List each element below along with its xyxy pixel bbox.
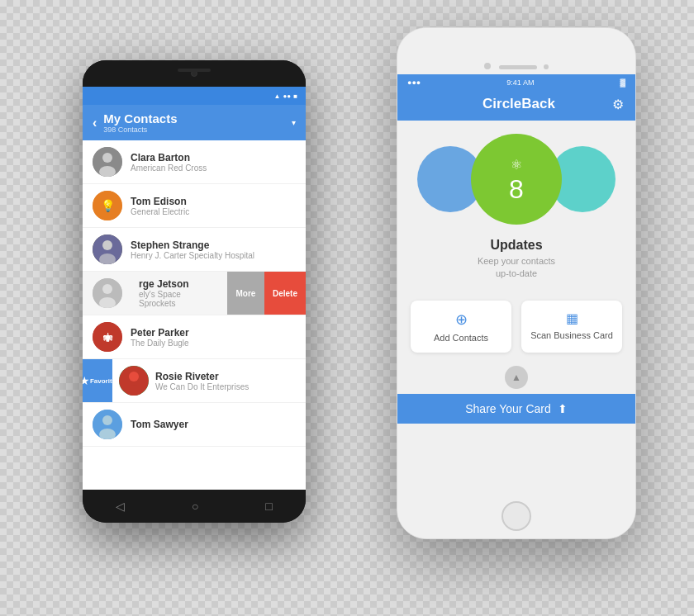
battery-status-icon: ▓ [620, 78, 625, 87]
favorite-badge: ★ Favorite [83, 359, 112, 402]
share-bar[interactable]: Share Your Card ⬆ [397, 394, 635, 424]
svg-text:💡: 💡 [101, 199, 116, 213]
list-item-favorite[interactable]: ★ Favorite Rosie Riveter We Can Do It En… [83, 359, 306, 403]
ios-app-title: CircleBack [482, 96, 555, 112]
more-button[interactable]: More [227, 272, 264, 315]
ios-time: 9:41 AM [421, 78, 620, 87]
updates-section: Updates Keep your contactsup-to-date [397, 231, 635, 292]
ios-phone: ●●● 9:41 AM ▓ CircleBack ⚙ ⚛ 8 [397, 27, 636, 539]
svg-point-1 [102, 153, 112, 163]
nav-home-button[interactable]: ○ [192, 500, 198, 513]
avatar: 💡 [93, 191, 122, 220]
contact-name: Tom Sawyer [131, 419, 188, 430]
contact-info: Tom Sawyer [131, 419, 188, 430]
circle-updates[interactable]: ⚛ 8 [471, 134, 562, 225]
swipe-content: rge Jetson ely's Space Sprockets [83, 272, 227, 315]
svg-point-14 [129, 372, 139, 381]
svg-point-17 [102, 415, 112, 425]
updates-title: Updates [414, 238, 619, 253]
contact-name: Tom Edison [131, 196, 189, 207]
contact-info: Rosie Riveter We Can Do It Enterprises [155, 371, 249, 391]
add-contacts-label: Add Contacts [434, 333, 488, 343]
scan-icon: ▦ [566, 310, 578, 326]
android-speaker [178, 69, 211, 72]
battery-icon: ■ [293, 92, 297, 100]
expand-button[interactable]: ▲ [505, 366, 528, 389]
header-title-block: My Contacts 398 Contacts [103, 111, 285, 134]
android-status-bar: ▲ ●● ■ [83, 87, 306, 105]
phones-container: ▲ ●● ■ ‹ My Contacts 398 Contacts ▾ [58, 27, 636, 589]
avatar [93, 235, 122, 264]
add-contacts-button[interactable]: ⊕ Add Contacts [411, 301, 511, 353]
android-phone: ▲ ●● ■ ‹ My Contacts 398 Contacts ▾ [83, 60, 306, 523]
android-header-title: My Contacts [103, 111, 285, 126]
contact-company: The Daily Bugle [131, 339, 189, 348]
ios-status-right: ▓ [620, 78, 625, 87]
wifi-icon: ▲ [274, 92, 281, 100]
gear-icon[interactable]: ⚙ [612, 97, 624, 112]
contact-company: ely's Space Sprockets [139, 290, 217, 308]
share-icon: ⬆ [558, 402, 568, 415]
avatar [93, 278, 122, 308]
contact-list: Clara Barton American Red Cross 💡 Tom Ed… [83, 140, 306, 490]
add-icon: ⊕ [455, 310, 468, 329]
contact-info: Clara Barton American Red Cross [131, 152, 207, 173]
signal-icon: ●● [283, 92, 291, 100]
avatar [93, 147, 122, 177]
carrier-dots: ●●● [407, 78, 421, 87]
circles-row: ⚛ 8 [397, 121, 635, 231]
updates-count: 8 [509, 176, 524, 202]
ios-main: ⚛ 8 Updates Keep your contactsup-to-date… [397, 121, 635, 494]
contact-info: rge Jetson ely's Space Sprockets [139, 278, 217, 308]
back-button[interactable]: ‹ [93, 116, 97, 130]
contact-company: We Can Do It Enterprises [155, 382, 249, 391]
ios-sensor [544, 64, 549, 69]
android-screen: ▲ ●● ■ ‹ My Contacts 398 Contacts ▾ [83, 87, 306, 490]
ios-bottom [397, 494, 635, 538]
updates-subtitle: Keep your contactsup-to-date [414, 255, 619, 281]
ios-home-button[interactable] [501, 501, 531, 531]
ios-camera [484, 63, 491, 69]
contact-name: Stephen Strange [131, 239, 254, 251]
svg-text:🕷: 🕷 [103, 333, 113, 343]
ios-speaker [499, 65, 537, 69]
list-item[interactable]: 💡 Tom Edison General Electric [83, 184, 306, 228]
contact-company: General Electric [131, 207, 189, 216]
contact-info: Peter Parker The Daily Bugle [131, 327, 189, 348]
svg-point-9 [102, 284, 112, 294]
swipe-actions: More Delete [227, 272, 306, 315]
list-item[interactable]: 🕷 Peter Parker The Daily Bugle [83, 315, 306, 359]
android-header-subtitle: 398 Contacts [103, 126, 285, 134]
android-top-bar [83, 60, 306, 87]
ios-status-bar: ●●● 9:41 AM ▓ [397, 74, 635, 91]
contact-company: American Red Cross [131, 163, 207, 173]
delete-button[interactable]: Delete [264, 272, 306, 315]
action-buttons: ⊕ Add Contacts ▦ Scan Business Card [397, 292, 635, 361]
svg-point-6 [102, 240, 112, 250]
contact-info: Stephen Strange Henry J. Carter Specialt… [131, 239, 254, 260]
list-item-swipe: rge Jetson ely's Space Sprockets More De… [83, 272, 306, 315]
contact-company: Henry J. Carter Specialty Hospital [131, 251, 254, 260]
scan-business-card-button[interactable]: ▦ Scan Business Card [521, 301, 622, 353]
nav-back-button[interactable]: ◁ [116, 500, 125, 513]
avatar [119, 366, 149, 396]
contact-name: Peter Parker [131, 327, 189, 339]
android-header: ‹ My Contacts 398 Contacts ▾ [83, 105, 306, 140]
contact-info: Tom Edison General Electric [131, 196, 189, 216]
scan-label: Scan Business Card [530, 330, 613, 340]
list-item[interactable]: Clara Barton American Red Cross [83, 140, 306, 184]
contact-name: Clara Barton [131, 152, 207, 163]
contact-name: rge Jetson [139, 278, 217, 290]
contact-name: Rosie Riveter [155, 371, 249, 382]
ios-app-header: CircleBack ⚙ [397, 91, 635, 121]
avatar [93, 410, 122, 439]
list-item[interactable]: Stephen Strange Henry J. Carter Specialt… [83, 228, 306, 272]
ios-top [397, 28, 635, 74]
list-item[interactable]: Tom Sawyer [83, 403, 306, 447]
android-status-icons: ▲ ●● ■ [274, 92, 297, 100]
share-label: Share Your Card [465, 402, 551, 415]
atom-icon: ⚛ [511, 157, 522, 173]
avatar: 🕷 [93, 322, 122, 352]
nav-recent-button[interactable]: □ [265, 500, 272, 513]
header-dropdown-icon[interactable]: ▾ [292, 118, 296, 127]
